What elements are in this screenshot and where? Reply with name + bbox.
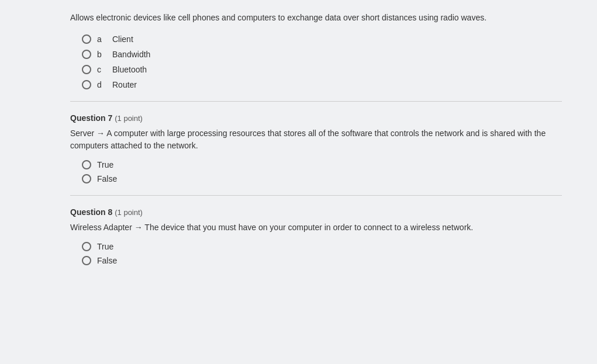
divider-2 [70,195,562,196]
radio-c[interactable] [82,65,91,74]
radio-b[interactable] [82,50,91,59]
option-c: c Bluetooth [82,65,562,74]
q8-false-label: False [97,256,117,265]
q8-true-label: True [97,242,113,251]
option-a-text: Client [112,34,133,44]
question-8-header: Question 8 (1 point) [70,207,562,217]
radio-q8-false[interactable] [82,256,91,265]
option-c-text: Bluetooth [112,65,147,74]
question-7-section: Question 7 (1 point) Server → A computer… [70,113,562,183]
question-6-options: a Client b Bandwidth c Bluetooth d Route… [82,34,562,89]
q8-option-true: True [82,242,562,251]
radio-q8-true[interactable] [82,242,91,251]
q7-option-false: False [82,174,562,183]
question-7-number: Question 7 [70,113,115,123]
divider-1 [70,101,562,102]
question-7-header: Question 7 (1 point) [70,113,562,123]
question-8-number: Question 8 [70,207,115,217]
question-6-description: Allows electronic devices like cell phon… [70,12,562,24]
option-b-text: Bandwidth [112,50,150,59]
question-8-text: Wireless Adapter → The device that you m… [70,221,562,234]
radio-d[interactable] [82,80,91,89]
q8-option-false: False [82,256,562,265]
question-7-points: (1 point) [115,114,143,123]
question-7-text: Server → A computer with large processin… [70,127,562,152]
radio-q7-false[interactable] [82,174,91,183]
radio-q7-true[interactable] [82,160,91,169]
option-d-text: Router [112,80,137,89]
radio-a[interactable] [82,34,91,44]
option-b-letter: b [97,50,103,59]
question-8-options: True False [82,242,562,265]
option-b: b Bandwidth [82,50,562,59]
question-8-section: Question 8 (1 point) Wireless Adapter → … [70,207,562,265]
question-8-points: (1 point) [115,208,143,217]
option-d-letter: d [97,80,103,89]
q7-false-label: False [97,174,117,183]
main-container: Allows electronic devices like cell phon… [0,0,597,364]
option-a: a Client [82,34,562,44]
option-d: d Router [82,80,562,89]
question-7-options: True False [82,160,562,183]
q7-option-true: True [82,160,562,169]
question-6-section: Allows electronic devices like cell phon… [70,12,562,89]
option-c-letter: c [97,65,103,74]
option-a-letter: a [97,34,103,44]
q7-true-label: True [97,160,113,169]
